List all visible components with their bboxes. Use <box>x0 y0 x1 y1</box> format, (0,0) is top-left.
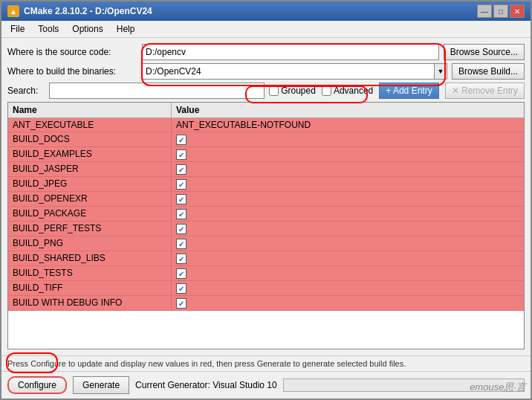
main-content: Where is the source code: Browse Source.… <box>1 38 531 355</box>
column-value-header: Value <box>172 103 524 117</box>
cell-value: ✔ <box>172 251 524 265</box>
table-row[interactable]: ANT_EXECUTABLEANT_EXECUTABLE-NOTFOUND <box>8 118 524 132</box>
table-row[interactable]: BUILD_OPENEXR✔ <box>8 192 524 207</box>
cell-value: ✔ <box>172 222 524 236</box>
remove-entry-button[interactable]: ✕ Remove Entry <box>445 83 525 99</box>
cell-value: ✔ <box>172 177 524 191</box>
grouped-checkbox[interactable] <box>269 86 279 96</box>
table-body: ANT_EXECUTABLEANT_EXECUTABLE-NOTFOUNDBUI… <box>8 118 524 349</box>
table-row[interactable]: BUILD_TESTS✔ <box>8 266 524 281</box>
watermark: emouse思·言 <box>470 381 526 394</box>
title-bar: ▲ CMake 2.8.10.2 - D:/OpenCV24 — □ ✕ <box>1 1 531 21</box>
window-controls: — □ ✕ <box>477 4 525 18</box>
menubar: File Tools Options Help <box>1 21 531 38</box>
cell-checkbox[interactable]: ✔ <box>176 135 186 145</box>
cell-name: ANT_EXECUTABLE <box>8 118 172 132</box>
cell-value: ✔ <box>172 162 524 176</box>
cell-name: BUILD_PERF_TESTS <box>8 222 172 236</box>
configure-button[interactable]: Configure <box>7 376 67 394</box>
advanced-label: Advanced <box>334 86 373 96</box>
cell-checkbox[interactable]: ✔ <box>176 239 186 249</box>
table-row[interactable]: BUILD WITH DEBUG INFO✔ <box>8 296 524 311</box>
cell-checkbox[interactable]: ✔ <box>176 149 186 160</box>
cell-value: ✔ <box>172 207 524 221</box>
add-entry-button[interactable]: + Add Entry <box>379 83 438 99</box>
cell-name: BUILD_DOCS <box>8 132 172 146</box>
cell-name: BUILD_TESTS <box>8 266 172 280</box>
menu-file[interactable]: File <box>4 22 30 36</box>
column-name-header: Name <box>8 103 172 117</box>
table-row[interactable]: BUILD_PERF_TESTS✔ <box>8 222 524 236</box>
search-label: Search: <box>7 86 45 96</box>
cell-name: BUILD_PNG <box>8 236 172 251</box>
close-button[interactable]: ✕ <box>510 4 525 18</box>
cell-checkbox[interactable]: ✔ <box>176 164 186 175</box>
status-bar: Press Configure to update and display ne… <box>1 355 531 371</box>
source-row: Where is the source code: Browse Source.… <box>7 44 525 60</box>
cell-value: ✔ <box>172 192 524 206</box>
generate-button[interactable]: Generate <box>73 376 129 394</box>
cell-checkbox[interactable]: ✔ <box>176 268 186 279</box>
build-label: Where to build the binaries: <box>7 66 137 77</box>
source-input[interactable] <box>142 44 439 60</box>
search-input[interactable] <box>49 83 265 99</box>
generator-label: Current Generator: Visual Studio 10 <box>135 380 277 390</box>
browse-build-button[interactable]: Browse Build... <box>452 63 525 80</box>
cell-value: ✔ <box>172 147 524 161</box>
cell-checkbox[interactable]: ✔ <box>176 283 186 294</box>
maximize-button[interactable]: □ <box>493 4 508 18</box>
menu-help[interactable]: Help <box>111 22 141 36</box>
window-title: CMake 2.8.10.2 - D:/OpenCV24 <box>24 6 152 16</box>
cell-name: BUILD_PACKAGE <box>8 207 172 221</box>
table-row[interactable]: BUILD_PACKAGE✔ <box>8 207 524 222</box>
source-label: Where is the source code: <box>7 47 137 57</box>
table-row[interactable]: BUILD_SHARED_LIBS✔ <box>8 251 524 266</box>
table-row[interactable]: BUILD_PNG✔ <box>8 236 524 251</box>
bottom-bar: Configure Generate Current Generator: Vi… <box>1 371 531 399</box>
build-dropdown-button[interactable]: ▼ <box>434 63 447 80</box>
advanced-checkbox[interactable] <box>322 86 331 96</box>
table-row[interactable]: BUILD_EXAMPLES✔ <box>8 147 524 162</box>
cell-name: BUILD_EXAMPLES <box>8 147 172 161</box>
grouped-checkbox-label[interactable]: Grouped <box>269 86 316 96</box>
browse-source-button[interactable]: Browse Source... <box>444 44 525 60</box>
minimize-button[interactable]: — <box>477 4 492 18</box>
cell-checkbox[interactable]: ✔ <box>176 209 186 219</box>
cell-name: BUILD_OPENEXR <box>8 192 172 206</box>
cell-value: ✔ <box>172 296 524 310</box>
cell-name: BUILD_JASPER <box>8 162 172 176</box>
table-row[interactable]: BUILD_DOCS✔ <box>8 132 524 147</box>
status-message: Press Configure to update and display ne… <box>7 359 406 368</box>
grouped-label: Grouped <box>281 86 316 96</box>
cell-name: BUILD_TIFF <box>8 281 172 295</box>
cell-name: BUILD WITH DEBUG INFO <box>8 296 172 310</box>
cell-value: ✔ <box>172 266 524 280</box>
cell-value: ANT_EXECUTABLE-NOTFOUND <box>172 118 524 132</box>
advanced-checkbox-label[interactable]: Advanced <box>322 86 373 96</box>
cell-checkbox[interactable]: ✔ <box>176 194 186 204</box>
table-row[interactable]: BUILD_TIFF✔ <box>8 281 524 296</box>
cell-name: BUILD_SHARED_LIBS <box>8 251 172 265</box>
cell-checkbox[interactable]: ✔ <box>176 224 186 234</box>
cell-checkbox[interactable]: ✔ <box>176 179 186 190</box>
cell-value: ✔ <box>172 236 524 251</box>
cell-checkbox[interactable]: ✔ <box>176 298 186 309</box>
table-row[interactable]: BUILD_JPEG✔ <box>8 177 524 192</box>
table-header: Name Value <box>8 103 524 118</box>
entries-table: Name Value ANT_EXECUTABLEANT_EXECUTABLE-… <box>7 102 525 349</box>
search-options: Grouped Advanced + Add Entry ✕ Remove En… <box>269 83 525 99</box>
build-row: Where to build the binaries: ▼ Browse Bu… <box>7 63 525 80</box>
cell-value: ✔ <box>172 132 524 146</box>
build-input-wrapper: ▼ <box>142 63 447 80</box>
build-input[interactable] <box>142 63 434 80</box>
cell-value: ✔ <box>172 281 524 295</box>
cell-name: BUILD_JPEG <box>8 177 172 191</box>
menu-options[interactable]: Options <box>66 22 108 36</box>
search-row: Search: Grouped Advanced + Add Entry ✕ R… <box>7 83 525 99</box>
cell-checkbox[interactable]: ✔ <box>176 254 186 264</box>
table-row[interactable]: BUILD_JASPER✔ <box>8 162 524 177</box>
app-icon: ▲ <box>7 5 19 17</box>
menu-tools[interactable]: Tools <box>32 22 65 36</box>
